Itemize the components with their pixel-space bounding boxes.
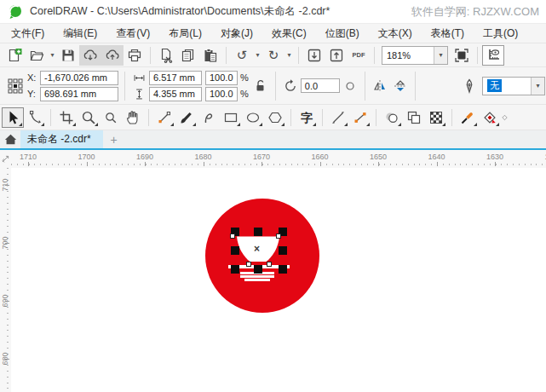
scale-width-input[interactable]: 100.0	[205, 71, 238, 85]
menu-item[interactable]: 文本(X)	[371, 24, 419, 43]
ruler-origin-icon[interactable]	[0, 150, 11, 168]
toolbox: 字	[0, 104, 546, 130]
ruler-tick	[5, 185, 9, 186]
mirror-horizontal-button[interactable]	[370, 76, 390, 96]
ruler-tick	[320, 162, 321, 166]
menu-item[interactable]: 文件(F)	[4, 24, 51, 43]
mirror-vertical-button[interactable]	[390, 76, 411, 96]
connector-tool-icon[interactable]	[349, 107, 371, 128]
ruler-tick	[5, 301, 9, 302]
undo-dropdown-icon[interactable]: ▾	[253, 45, 262, 66]
transparency-tool-icon[interactable]	[403, 107, 425, 128]
new-document-icon[interactable]	[3, 45, 26, 66]
interactive-fill-tool-icon[interactable]	[501, 107, 509, 128]
document-tab[interactable]: 未命名 -2.cdr*	[20, 130, 103, 148]
ruler-label: 1690	[136, 153, 153, 161]
shape-tool-icon[interactable]	[24, 107, 46, 128]
home-icon[interactable]	[0, 130, 20, 148]
ruler-label: 1710	[20, 153, 37, 161]
separator	[290, 109, 291, 126]
artistic-media-tool-icon[interactable]	[175, 107, 198, 128]
save-icon[interactable]	[57, 45, 79, 66]
property-bar: X: -1,670.026 mm Y: 698.691 mm 6.517 mm …	[0, 66, 546, 104]
separator	[477, 47, 478, 64]
rotation-icon	[280, 76, 301, 96]
x-position-input[interactable]: -1,670.026 mm	[40, 71, 118, 85]
ruler-tick	[495, 162, 496, 166]
ruler-tick	[145, 162, 146, 166]
pan-tool-icon[interactable]	[122, 107, 144, 128]
undo-icon[interactable]: ↺	[231, 45, 253, 66]
eyedropper-tool-icon[interactable]	[457, 107, 479, 128]
open-dropdown-icon[interactable]: ▾	[48, 45, 57, 66]
menu-item[interactable]: 编辑(E)	[56, 24, 104, 43]
lock-ratio-icon[interactable]	[250, 76, 271, 96]
pattern-fill-tool-icon[interactable]	[425, 107, 447, 128]
outline-width-combo[interactable]: 无 ▾	[482, 77, 545, 95]
rectangle-tool-icon[interactable]	[220, 107, 242, 128]
canvas[interactable]	[11, 168, 546, 392]
rotation-center-icon[interactable]	[340, 76, 360, 96]
publish-pdf-icon[interactable]: PDF	[348, 45, 370, 66]
object-height-input[interactable]: 4.355 mm	[149, 87, 202, 101]
separator	[415, 72, 416, 101]
scale-height-input[interactable]: 100.0	[205, 87, 238, 101]
chevron-down-icon[interactable]: ▾	[434, 47, 447, 64]
crop-tool-icon[interactable]	[55, 107, 78, 128]
ruler-label: 1650	[370, 153, 387, 161]
separator	[298, 47, 299, 64]
ruler-minor-ticks	[11, 164, 546, 165]
ellipse-tool-icon[interactable]	[242, 107, 264, 128]
ruler-label: 1660	[311, 153, 328, 161]
menu-item[interactable]: 对象(J)	[214, 24, 260, 43]
paste-icon[interactable]	[199, 45, 221, 66]
zoom-level-combo[interactable]: 181%▾	[382, 46, 448, 65]
text-tool-icon[interactable]: 字	[296, 107, 318, 128]
redo-dropdown-icon[interactable]: ▾	[284, 45, 294, 66]
ruler-tick	[5, 359, 9, 360]
open-icon[interactable]	[26, 45, 48, 66]
menu-item[interactable]: 工具(O)	[476, 24, 525, 43]
document-tab-label: 未命名 -2.cdr*	[27, 132, 91, 147]
show-rulers-icon[interactable]	[482, 45, 504, 66]
cloud-upload-icon[interactable]	[101, 45, 124, 66]
new-tab-button[interactable]: +	[103, 130, 125, 148]
menu-item[interactable]: 查看(V)	[109, 24, 157, 43]
percent-label: %	[240, 89, 249, 99]
ruler-label: 1670	[253, 153, 270, 161]
separator	[150, 47, 151, 64]
rotation-angle-input[interactable]: 0.0	[301, 78, 340, 93]
y-position-input[interactable]: 698.691 mm	[40, 87, 118, 101]
ruler-tick	[5, 243, 9, 244]
print-icon[interactable]	[124, 45, 146, 66]
watermark-text: 软件自学网: RJZXW.COM	[411, 4, 539, 20]
smart-fill-tool-icon[interactable]	[479, 107, 501, 128]
import-icon[interactable]	[303, 45, 325, 66]
drop-shadow-tool-icon[interactable]	[381, 107, 403, 128]
ruler-label: 1640	[428, 153, 445, 161]
menu-item[interactable]: 位图(B)	[319, 24, 366, 43]
copy-icon[interactable]	[177, 45, 199, 66]
line-tool-icon[interactable]	[327, 107, 349, 128]
redo-icon[interactable]: ↻	[262, 45, 284, 66]
freehand-tool-icon[interactable]	[153, 107, 175, 128]
y-label: Y:	[27, 89, 37, 99]
vertical-ruler[interactable]: 710700690680	[0, 168, 11, 392]
polygon-tool-icon[interactable]	[264, 107, 286, 128]
bspline-tool-icon[interactable]	[198, 107, 220, 128]
object-width-input[interactable]: 6.517 mm	[149, 71, 202, 85]
horizontal-ruler[interactable]: 1710170016901680167016601650164016301620	[0, 150, 546, 168]
fullscreen-preview-icon[interactable]	[451, 45, 473, 66]
magnifier-tool-icon[interactable]	[100, 107, 122, 128]
object-position-icon	[5, 76, 26, 96]
cloud-download-icon[interactable]	[79, 45, 101, 66]
menu-item[interactable]: 布局(L)	[162, 24, 209, 43]
chevron-down-icon[interactable]: ▾	[531, 78, 544, 95]
export-icon[interactable]	[325, 45, 348, 66]
menu-item[interactable]: 效果(C)	[265, 24, 313, 43]
pick-tool-icon[interactable]	[2, 107, 24, 128]
zoom-tool-icon[interactable]	[78, 107, 100, 128]
menu-item[interactable]: 表格(T)	[424, 24, 471, 43]
ruler-tick	[87, 162, 88, 166]
cut-icon[interactable]	[155, 45, 177, 66]
